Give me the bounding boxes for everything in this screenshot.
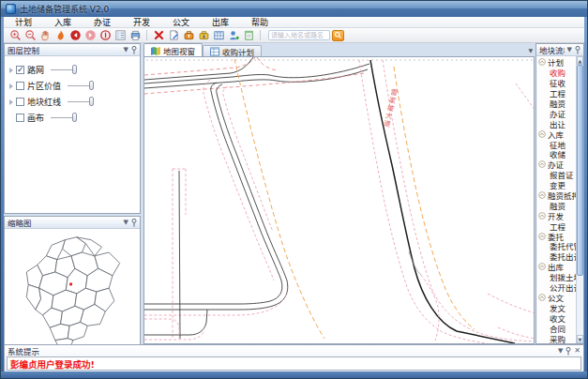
- layer-opacity-slider[interactable]: [51, 69, 75, 70]
- tab-overflow-chevron-icon[interactable]: ▼: [528, 47, 533, 53]
- scroll-down-icon[interactable]: ▼: [577, 335, 583, 343]
- layer-row[interactable]: 画布: [5, 110, 140, 126]
- tab-map-window[interactable]: 地图视窗: [143, 43, 203, 56]
- layer-checkbox[interactable]: [16, 66, 24, 74]
- collapse-icon[interactable]: [538, 160, 547, 169]
- map-canvas[interactable]: 雷家坡大道: [143, 56, 535, 344]
- menu-item[interactable]: 开发: [122, 16, 161, 28]
- slider-thumb[interactable]: [72, 65, 77, 74]
- process-node[interactable]: 公文: [536, 292, 576, 302]
- layer-row[interactable]: 地块红线: [5, 94, 140, 110]
- process-node[interactable]: 收文: [536, 312, 576, 323]
- chevron-down-icon[interactable]: ▼: [124, 220, 128, 226]
- process-node[interactable]: 办证: [536, 159, 576, 170]
- zoom-in-icon[interactable]: [8, 28, 23, 42]
- process-node[interactable]: 征收: [536, 78, 576, 88]
- layer-checkbox[interactable]: [16, 82, 24, 90]
- process-node[interactable]: 委托代管: [536, 241, 576, 251]
- chevron-down-icon[interactable]: ▼: [558, 348, 563, 355]
- expander-icon[interactable]: [8, 99, 16, 106]
- collapse-icon[interactable]: [538, 263, 547, 271]
- collapse-icon[interactable]: [538, 211, 547, 220]
- scroll-up-icon[interactable]: ▲: [577, 56, 583, 65]
- overview-map[interactable]: [5, 229, 140, 353]
- delete-icon[interactable]: [151, 28, 166, 42]
- process-node[interactable]: 变更: [536, 180, 576, 190]
- menu-item[interactable]: 计划: [4, 16, 43, 28]
- pin-icon[interactable]: [131, 46, 137, 54]
- pan-icon[interactable]: [38, 28, 53, 42]
- process-node[interactable]: 公开出让: [536, 282, 576, 293]
- menu-item[interactable]: 入库: [43, 16, 83, 28]
- process-node[interactable]: 融资抵押: [536, 190, 576, 201]
- pin-icon[interactable]: [565, 347, 571, 356]
- search-button[interactable]: [332, 30, 344, 41]
- process-node[interactable]: 征地: [536, 139, 576, 149]
- process-node[interactable]: 工程: [536, 220, 576, 231]
- collapse-icon[interactable]: [538, 191, 547, 200]
- layer-row[interactable]: 路网: [5, 62, 140, 78]
- layer-opacity-slider[interactable]: [51, 117, 75, 118]
- expander-icon[interactable]: [8, 114, 16, 122]
- process-scrollbar[interactable]: ▲ ▼: [576, 56, 583, 343]
- process-node[interactable]: 收购: [536, 68, 576, 78]
- collapse-icon[interactable]: [538, 129, 547, 138]
- import-icon[interactable]: [181, 28, 196, 42]
- collapse-icon[interactable]: [538, 232, 547, 240]
- expander-icon[interactable]: [8, 67, 16, 74]
- slider-thumb[interactable]: [72, 113, 77, 122]
- layer-row[interactable]: 片区价值: [5, 78, 140, 94]
- process-node[interactable]: 出库: [536, 262, 576, 272]
- zoom-out-icon[interactable]: [23, 28, 38, 42]
- titlebar[interactable]: 土地储备管理系统 V2.0: [1, 1, 587, 17]
- layer-checkbox[interactable]: [16, 98, 24, 106]
- process-node[interactable]: 办证: [536, 108, 576, 118]
- layer-checkbox[interactable]: [16, 114, 24, 122]
- collapse-icon[interactable]: [538, 293, 547, 301]
- search-input[interactable]: [268, 30, 330, 40]
- process-node[interactable]: 采购: [536, 333, 576, 343]
- menu-item[interactable]: 帮助: [240, 16, 279, 28]
- identify-icon[interactable]: [98, 28, 113, 42]
- process-node[interactable]: 融资: [536, 200, 576, 210]
- pin-icon[interactable]: [131, 219, 137, 227]
- process-node[interactable]: 工程: [536, 88, 576, 99]
- process-node[interactable]: 划拨土地: [536, 272, 576, 282]
- menu-item[interactable]: 出库: [201, 16, 240, 28]
- edit-doc-icon[interactable]: [166, 28, 181, 42]
- process-node[interactable]: 出让: [536, 118, 576, 129]
- attribute-table-icon[interactable]: [211, 28, 226, 42]
- scrollbar-thumb[interactable]: [577, 65, 583, 276]
- slider-thumb[interactable]: [89, 81, 94, 90]
- chevron-down-icon[interactable]: ▼: [124, 47, 128, 53]
- export-icon[interactable]: [196, 28, 211, 42]
- tab-acquisition-plan[interactable]: 收购计划: [203, 45, 262, 56]
- slider-thumb[interactable]: [89, 97, 94, 106]
- layer-opacity-slider[interactable]: [68, 85, 92, 86]
- process-node[interactable]: 开发: [536, 210, 576, 220]
- process-node[interactable]: 合同: [536, 323, 576, 333]
- process-node[interactable]: 委托出让: [536, 251, 576, 262]
- process-node[interactable]: 融资: [536, 99, 576, 109]
- add-user-icon[interactable]: [226, 28, 241, 42]
- full-extent-icon[interactable]: [53, 28, 68, 42]
- collapse-icon[interactable]: [538, 58, 547, 67]
- close-icon[interactable]: ✕: [574, 347, 580, 355]
- process-node[interactable]: 委托: [536, 231, 576, 241]
- back-icon[interactable]: [68, 28, 83, 42]
- process-node[interactable]: 入库: [536, 129, 576, 139]
- process-node[interactable]: 报首证: [536, 170, 576, 180]
- pin-icon[interactable]: [575, 46, 580, 54]
- process-node[interactable]: 收储: [536, 149, 576, 159]
- process-node[interactable]: 计划: [536, 57, 576, 68]
- forward-icon[interactable]: [83, 28, 98, 42]
- layer-opacity-slider[interactable]: [68, 101, 92, 102]
- chevron-down-icon[interactable]: ▼: [567, 47, 572, 53]
- print-icon[interactable]: [128, 28, 143, 42]
- menu-item[interactable]: 公文: [161, 16, 201, 28]
- menu-item[interactable]: 办证: [83, 16, 122, 28]
- legend-icon[interactable]: [113, 28, 128, 42]
- memo-icon[interactable]: [241, 28, 256, 42]
- process-node[interactable]: 发文: [536, 302, 576, 312]
- expander-icon[interactable]: [8, 83, 16, 90]
